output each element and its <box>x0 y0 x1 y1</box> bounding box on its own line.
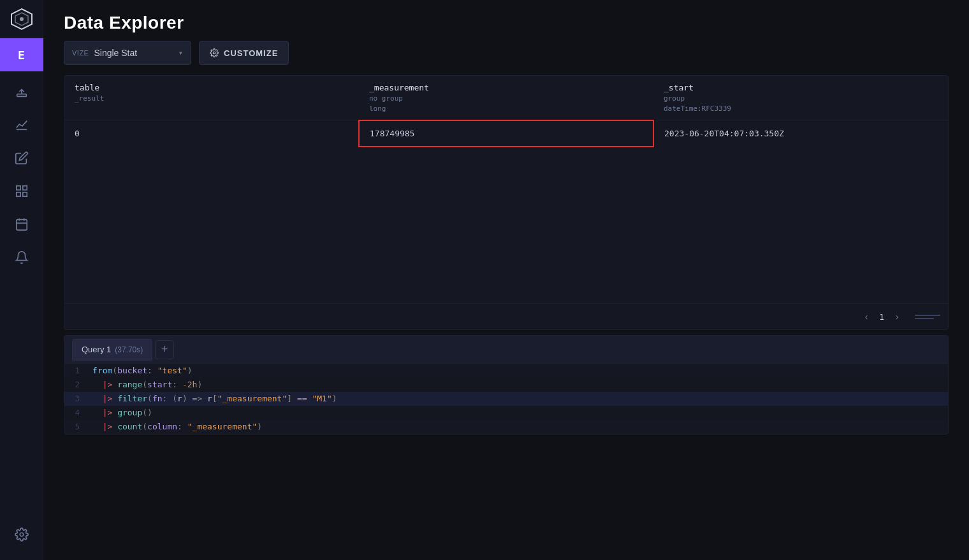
pencil-icon <box>15 151 29 165</box>
line-content-4: |> group() <box>87 406 157 420</box>
code-line-1: 1 from(bucket: "test") <box>64 364 948 378</box>
col-header-measurement: _measurement no group long <box>359 76 653 120</box>
sidebar-item-dashboard[interactable] <box>0 176 43 206</box>
sidebar: E <box>0 0 43 560</box>
customize-label: CUSTOMIZE <box>224 48 278 58</box>
sidebar-item-calendar[interactable] <box>0 209 43 240</box>
query-tab-label: Query 1 <box>82 345 111 354</box>
svg-point-13 <box>20 533 24 536</box>
code-line-4: 4 |> group() <box>64 406 948 420</box>
main-content: Data Explorer VIZE Single Stat ▾ CUSTOMI… <box>43 0 969 560</box>
bell-icon <box>15 250 29 264</box>
chart-line-icon <box>15 118 29 132</box>
sidebar-item-chart[interactable] <box>0 110 43 140</box>
col-header-start-main: _start <box>664 82 938 94</box>
sidebar-nav <box>0 71 43 519</box>
data-table: table _result _measurement no group long… <box>64 76 948 147</box>
code-line-3: 3 |> filter(fn: (r) => r["_measurement"]… <box>64 392 948 406</box>
svg-rect-6 <box>22 186 26 190</box>
viz-selector-label: VIZE <box>72 49 89 57</box>
col-header-measurement-main: _measurement <box>369 82 643 94</box>
col-header-start-sub2: dateTime:RFC3339 <box>664 104 938 113</box>
sidebar-item-upload[interactable] <box>0 76 43 107</box>
pagination-lines <box>915 315 940 319</box>
col-header-table-main: table <box>75 82 349 94</box>
upload-icon <box>15 85 29 99</box>
viz-type-selector[interactable]: VIZE Single Stat ▾ <box>64 41 191 65</box>
line-num-2: 2 <box>64 378 87 391</box>
app-logo-icon <box>10 8 33 31</box>
calendar-icon <box>15 217 29 231</box>
col-header-start: _start group dateTime:RFC3339 <box>653 76 948 120</box>
viz-selector-value: Single Stat <box>94 48 173 58</box>
sidebar-logo <box>0 0 43 38</box>
query-tabs: Query 1 (37.70s) + <box>64 336 948 364</box>
sidebar-item-settings[interactable] <box>0 519 43 550</box>
gear-small-icon <box>210 48 219 57</box>
add-query-button[interactable]: + <box>155 340 174 359</box>
line-content-1: from(bucket: "test") <box>87 364 198 378</box>
sidebar-item-alerts[interactable] <box>0 242 43 273</box>
col-header-table: table _result <box>64 76 359 120</box>
toolbar: VIZE Single Stat ▾ CUSTOMIZE <box>43 41 969 75</box>
line-content-5: |> count(column: "_measurement") <box>87 420 267 434</box>
sidebar-bottom <box>0 519 43 560</box>
query-tab-1[interactable]: Query 1 (37.70s) <box>72 339 152 361</box>
table-header-row: table _result _measurement no group long… <box>64 76 948 120</box>
svg-point-14 <box>213 52 215 54</box>
svg-rect-5 <box>16 186 20 190</box>
page-title: Data Explorer <box>64 13 949 33</box>
line-num-5: 5 <box>64 420 87 433</box>
line-content-3: |> filter(fn: (r) => r["_measurement"] =… <box>87 392 342 406</box>
sidebar-item-edit[interactable] <box>0 143 43 173</box>
page-number: 1 <box>879 312 884 322</box>
line-num-1: 1 <box>64 364 87 377</box>
svg-rect-3 <box>17 94 26 97</box>
svg-rect-7 <box>16 192 20 196</box>
data-table-container: table _result _measurement no group long… <box>64 75 949 330</box>
table-wrapper[interactable]: table _result _measurement no group long… <box>64 76 948 303</box>
col-header-table-sub1: _result <box>75 94 349 103</box>
customize-button[interactable]: CUSTOMIZE <box>199 41 289 65</box>
line-num-4: 4 <box>64 406 87 419</box>
line-num-3: 3 <box>64 392 87 405</box>
code-editor[interactable]: 1 from(bucket: "test") 2 |> range(start:… <box>64 364 948 434</box>
line-content-2: |> range(start: -2h) <box>87 378 207 392</box>
col-header-start-sub1: group <box>664 94 938 103</box>
chevron-down-icon: ▾ <box>178 48 183 57</box>
dashboard-icon <box>15 184 29 198</box>
pagination: ‹ 1 › <box>64 303 948 329</box>
cell-table-value: 0 <box>64 120 359 147</box>
gear-icon <box>15 528 29 542</box>
pagination-line-2 <box>915 318 934 319</box>
svg-point-2 <box>20 17 24 21</box>
sidebar-item-e[interactable]: E <box>0 38 43 71</box>
svg-rect-9 <box>16 220 27 231</box>
query-tab-time: (37.70s) <box>115 345 143 354</box>
svg-rect-8 <box>22 192 26 196</box>
cell-measurement-value: 178749985 <box>359 120 653 147</box>
col-header-measurement-sub1: no group <box>369 94 643 103</box>
query-section: Query 1 (37.70s) + 1 from(bucket: "test"… <box>64 335 949 434</box>
page-header: Data Explorer <box>43 0 969 41</box>
cell-start-value: 2023-06-20T04:07:03.350Z <box>653 120 948 147</box>
pagination-line-1 <box>915 315 940 316</box>
table-row: 0 178749985 2023-06-20T04:07:03.350Z <box>64 120 948 147</box>
code-line-2: 2 |> range(start: -2h) <box>64 378 948 392</box>
col-header-measurement-sub2: long <box>369 104 643 113</box>
prev-page-button[interactable]: ‹ <box>859 309 874 324</box>
code-line-5: 5 |> count(column: "_measurement") <box>64 420 948 434</box>
next-page-button[interactable]: › <box>889 309 905 324</box>
